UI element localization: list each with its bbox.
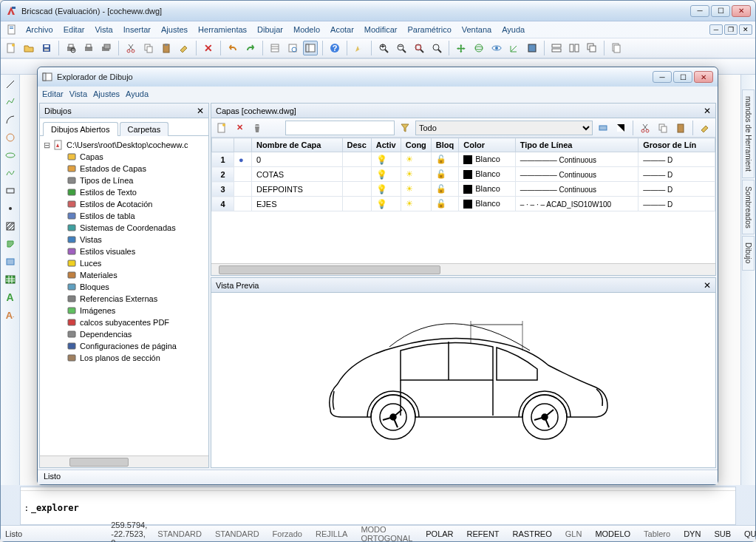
find-icon[interactable] xyxy=(285,41,300,55)
tree-item-materials[interactable]: Materiales xyxy=(56,269,205,281)
drawings-panel-close[interactable]: ✕ xyxy=(197,106,204,116)
menu-vista[interactable]: Vista xyxy=(90,24,117,35)
layer-name[interactable]: COTAS xyxy=(252,167,343,182)
current-cell[interactable] xyxy=(234,167,252,182)
zoom-win-icon[interactable] xyxy=(429,41,444,55)
explorer-icon[interactable] xyxy=(303,41,318,55)
color-cell[interactable]: Blanco xyxy=(459,197,515,211)
dlg-menu-ayuda[interactable]: Ayuda xyxy=(126,89,149,98)
publish-icon[interactable] xyxy=(99,41,114,55)
command-input[interactable] xyxy=(31,503,731,513)
color-cell[interactable]: Blanco xyxy=(459,152,515,167)
freeze-cell[interactable]: ☀ xyxy=(401,182,431,197)
dialog-minimize[interactable]: ─ xyxy=(653,71,672,83)
tab-dibujos-abiertos[interactable]: Dibujos Abiertos xyxy=(43,122,118,136)
tree-item-textstyles[interactable]: Estilos de Texto xyxy=(56,186,205,198)
ucs-icon[interactable] xyxy=(507,41,522,55)
status-forzado[interactable]: Forzado xyxy=(270,529,305,538)
spline-tool-icon[interactable] xyxy=(4,166,17,180)
col-1[interactable] xyxy=(234,138,252,152)
delete-layer-icon[interactable]: ✕ xyxy=(232,121,247,135)
status-modelo[interactable]: MODELO xyxy=(592,529,633,538)
menu-dibujar[interactable]: Dibujar xyxy=(253,24,287,35)
menu-acotar[interactable]: Acotar xyxy=(326,24,358,35)
cascade-icon[interactable] xyxy=(585,41,599,55)
dlg-menu-ajustes[interactable]: Ajustes xyxy=(93,89,120,98)
preview-close[interactable]: ✕ xyxy=(704,280,711,291)
layer-row[interactable]: 3 DEFPOINTS 💡 ☀ 🔓 Blanco ————— Continuou… xyxy=(212,182,715,197)
print-icon[interactable] xyxy=(81,41,96,55)
tree-item-views[interactable]: Vistas xyxy=(56,234,205,245)
on-cell[interactable]: 💡 xyxy=(371,197,401,211)
lineweight-cell[interactable]: ——— D xyxy=(638,167,715,182)
print-preview-icon[interactable] xyxy=(64,41,78,55)
tree-item-pdf[interactable]: calcos subyacentes PDF xyxy=(56,316,205,328)
menu-ajustes[interactable]: Ajustes xyxy=(157,24,192,35)
delete-icon[interactable]: ✕ xyxy=(201,41,216,55)
status-refent[interactable]: REFENT xyxy=(464,529,503,538)
zoom-out-icon[interactable]: − xyxy=(394,41,409,55)
zoom-ext-icon[interactable] xyxy=(412,41,426,55)
tile-v-icon[interactable] xyxy=(567,41,582,55)
tree-item-deps[interactable]: Dependencias xyxy=(56,328,205,340)
tree-item-lights[interactable]: Luces xyxy=(56,257,205,269)
col-9[interactable]: Grosor de Lín xyxy=(638,138,715,152)
undo-icon[interactable] xyxy=(225,41,240,55)
vtab-herramientas[interactable]: mandos de Herramient xyxy=(742,89,755,178)
layer-name[interactable]: EJES xyxy=(252,197,343,211)
dialog-titlebar[interactable]: Explorador de Dibujo ─ ☐ ✕ xyxy=(38,67,718,87)
copy-icon[interactable] xyxy=(141,41,156,55)
tree-item-visualstyles[interactable]: Estilos visuales xyxy=(56,245,205,257)
edit-icon[interactable] xyxy=(698,121,712,135)
table-tool-icon[interactable] xyxy=(4,273,17,286)
paste-layer-icon[interactable] xyxy=(673,121,688,135)
circle-tool-icon[interactable] xyxy=(4,131,17,144)
ellipse-tool-icon[interactable] xyxy=(4,149,17,162)
current-cell[interactable] xyxy=(234,197,252,211)
polyline-tool-icon[interactable] xyxy=(4,95,17,109)
tree-root-node[interactable]: ⊟ C:\Users\root\Desktop\cocheww.c xyxy=(43,139,205,151)
tree-item-pagesetup[interactable]: Configuraciones de página xyxy=(56,340,205,352)
color-cell[interactable]: Blanco xyxy=(459,167,515,182)
status-polar[interactable]: POLAR xyxy=(423,529,456,538)
current-cell[interactable]: ● xyxy=(234,152,252,167)
status-sub[interactable]: SUB xyxy=(711,529,734,538)
col-0[interactable] xyxy=(212,138,234,152)
mtext-tool-icon[interactable]: A. xyxy=(4,308,17,322)
linetype-cell[interactable]: ————— Continuous xyxy=(515,152,638,167)
layers-hscroll[interactable] xyxy=(211,263,715,275)
sheets-icon[interactable] xyxy=(609,41,624,55)
properties-icon[interactable] xyxy=(268,41,282,55)
filter-icon[interactable] xyxy=(398,121,412,135)
tree-item-blocks[interactable]: Bloques xyxy=(56,281,205,293)
dialog-maximize[interactable]: ☐ xyxy=(673,71,692,83)
cut-layer-icon[interactable] xyxy=(638,121,653,135)
layer-row[interactable]: 1 ● 0 💡 ☀ 🔓 Blanco ————— Continuous ——— … xyxy=(212,152,715,167)
col-4[interactable]: Activ xyxy=(371,138,401,152)
save-icon[interactable] xyxy=(39,41,54,55)
boundary-tool-icon[interactable] xyxy=(4,237,17,251)
tree-hscroll[interactable] xyxy=(40,455,208,467)
line-tool-icon[interactable] xyxy=(4,78,17,91)
region-tool-icon[interactable] xyxy=(4,255,17,268)
dlg-menu-vista[interactable]: Vista xyxy=(69,89,87,98)
redo-icon[interactable] xyxy=(243,41,258,55)
desc-cell[interactable] xyxy=(342,167,371,182)
menu-parametrico[interactable]: Paramétrico xyxy=(403,24,455,35)
freeze-cell[interactable]: ☀ xyxy=(401,167,431,182)
lock-cell[interactable]: 🔓 xyxy=(431,182,458,197)
layer-name[interactable]: 0 xyxy=(252,152,343,167)
tree-item-ucs[interactable]: Sistemas de Coordenadas xyxy=(56,222,205,234)
layer-filter-input[interactable] xyxy=(285,121,395,135)
col-5[interactable]: Cong xyxy=(401,138,431,152)
menu-modificar[interactable]: Modificar xyxy=(360,24,402,35)
lock-cell[interactable]: 🔓 xyxy=(431,197,458,211)
tree-item-dimstyles[interactable]: Estilos de Acotación xyxy=(56,198,205,210)
menu-editar[interactable]: Editar xyxy=(59,24,89,35)
linetype-cell[interactable]: ————— Continuous xyxy=(515,167,638,182)
close-button[interactable]: ✕ xyxy=(732,5,751,17)
menu-ayuda[interactable]: Ayuda xyxy=(497,24,529,35)
tree-item-sections[interactable]: Los planos de sección xyxy=(56,352,205,364)
view-icon[interactable] xyxy=(489,41,504,55)
zoom-in-icon[interactable]: + xyxy=(376,41,391,55)
